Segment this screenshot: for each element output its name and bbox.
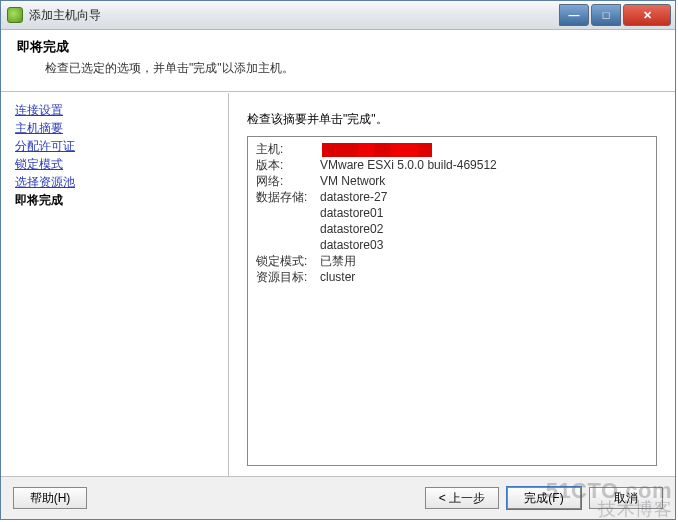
- app-icon: [7, 7, 23, 23]
- value-host: [320, 141, 432, 157]
- nav-step-license[interactable]: 分配许可证: [15, 137, 75, 155]
- value-version: VMware ESXi 5.0.0 build-469512: [320, 157, 497, 173]
- row-resource-target: 资源目标: cluster: [256, 269, 648, 285]
- nav-step-host-summary[interactable]: 主机摘要: [15, 119, 63, 137]
- nav-step-resource-pool[interactable]: 选择资源池: [15, 173, 75, 191]
- maximize-button[interactable]: □: [591, 4, 621, 26]
- label-network: 网络:: [256, 173, 320, 189]
- help-button[interactable]: 帮助(H): [13, 487, 87, 509]
- back-button[interactable]: < 上一步: [425, 487, 499, 509]
- row-datastore-0: 数据存储: datastore-27: [256, 189, 648, 205]
- window-title: 添加主机向导: [29, 7, 557, 24]
- row-datastore-3: datastore03: [256, 237, 648, 253]
- value-resource-target: cluster: [320, 269, 355, 285]
- wizard-steps-nav: 连接设置 主机摘要 分配许可证 锁定模式 选择资源池 即将完成: [1, 93, 229, 476]
- value-datastore-0: datastore-27: [320, 189, 387, 205]
- summary-box: 主机: 版本: VMware ESXi 5.0.0 build-469512 网…: [247, 136, 657, 466]
- row-version: 版本: VMware ESXi 5.0.0 build-469512: [256, 157, 648, 173]
- minimize-button[interactable]: —: [559, 4, 589, 26]
- row-datastore-1: datastore01: [256, 205, 648, 221]
- nav-step-lockdown[interactable]: 锁定模式: [15, 155, 63, 173]
- titlebar: 添加主机向导 — □ ✕: [1, 1, 675, 30]
- row-host: 主机:: [256, 141, 648, 157]
- row-network: 网络: VM Network: [256, 173, 648, 189]
- content-instruction: 检查该摘要并单击"完成"。: [247, 111, 657, 128]
- label-version: 版本:: [256, 157, 320, 173]
- page-description: 检查已选定的选项，并单击"完成"以添加主机。: [45, 60, 659, 77]
- value-datastore-1: datastore01: [320, 205, 383, 221]
- label-resource-target: 资源目标:: [256, 269, 320, 285]
- row-lockdown: 锁定模式: 已禁用: [256, 253, 648, 269]
- redacted-host-value: [322, 143, 432, 157]
- wizard-window: 添加主机向导 — □ ✕ 即将完成 检查已选定的选项，并单击"完成"以添加主机。…: [0, 0, 676, 520]
- row-datastore-2: datastore02: [256, 221, 648, 237]
- value-datastore-3: datastore03: [320, 237, 383, 253]
- wizard-content: 检查该摘要并单击"完成"。 主机: 版本: VMware ESXi 5.0.0 …: [229, 93, 675, 476]
- label-lockdown: 锁定模式:: [256, 253, 320, 269]
- value-lockdown: 已禁用: [320, 253, 356, 269]
- wizard-header: 即将完成 检查已选定的选项，并单击"完成"以添加主机。: [1, 30, 675, 92]
- cancel-button[interactable]: 取消: [589, 487, 663, 509]
- label-host: 主机:: [256, 141, 320, 157]
- finish-button[interactable]: 完成(F): [507, 487, 581, 509]
- wizard-footer: 帮助(H) < 上一步 完成(F) 取消: [1, 476, 675, 519]
- nav-step-connection[interactable]: 连接设置: [15, 101, 63, 119]
- nav-step-current: 即将完成: [15, 191, 220, 209]
- value-datastore-2: datastore02: [320, 221, 383, 237]
- window-buttons: — □ ✕: [557, 4, 671, 26]
- value-network: VM Network: [320, 173, 385, 189]
- page-title: 即将完成: [17, 38, 659, 56]
- close-button[interactable]: ✕: [623, 4, 671, 26]
- wizard-body: 连接设置 主机摘要 分配许可证 锁定模式 选择资源池 即将完成 检查该摘要并单击…: [1, 92, 675, 476]
- label-datastores: 数据存储:: [256, 189, 320, 205]
